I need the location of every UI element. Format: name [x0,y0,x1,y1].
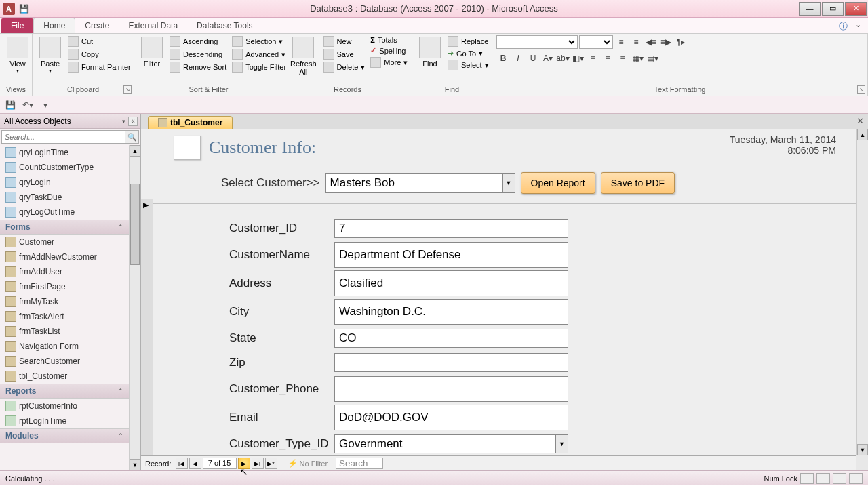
paste-button[interactable]: Paste▾ [37,35,64,75]
maximize-button[interactable]: ▭ [822,2,844,16]
input-customer-type[interactable]: Government ▼ [334,434,568,453]
record-selector[interactable]: ▶ [141,199,153,455]
tab-home[interactable]: Home [33,18,75,33]
numbering-button[interactable]: ≡ [629,35,643,49]
view-button[interactable]: View▾ [4,35,31,75]
new-record-button[interactable]: ▶* [265,458,277,469]
view-layout-button[interactable] [833,473,846,484]
nav-item-form[interactable]: frmFirstPage [0,279,129,294]
input-phone[interactable] [334,376,568,402]
nav-item-form[interactable]: tbl_Customer [0,369,129,384]
close-button[interactable]: ✕ [845,2,867,16]
combo-dropdown-icon[interactable]: ▼ [502,174,515,192]
nav-item-report[interactable]: rptCustomerInfo [0,399,129,413]
last-record-button[interactable]: ▶I [252,458,264,469]
view-datasheet-button[interactable] [816,473,830,484]
first-record-button[interactable]: I◀ [176,458,188,469]
open-report-button[interactable]: Open Report [521,172,595,194]
input-email[interactable] [334,405,568,430]
input-zip[interactable] [334,353,568,372]
nav-item-form[interactable]: frmTaskAlert [0,309,129,324]
form-scrollbar[interactable]: ▲ ▼ [856,129,868,455]
save-button[interactable]: Save [322,48,367,60]
underline-button[interactable]: U [526,52,540,65]
new-button[interactable]: New [322,35,367,47]
view-design-button[interactable] [849,473,863,484]
select-button[interactable]: Select ▾ [446,59,490,71]
document-tab[interactable]: tbl_Customer [148,116,233,129]
nav-category-modules[interactable]: Modules⌃ [0,428,129,443]
nav-collapse-icon[interactable]: « [128,117,138,126]
bullets-button[interactable]: ≡ [614,35,628,49]
nav-item-query[interactable]: qryLogInTime [0,145,129,160]
nav-header[interactable]: All Access Objects ▾ « [0,114,140,129]
minimize-button[interactable]: — [799,2,821,16]
descending-button[interactable]: Descending [168,48,228,60]
scroll-up-icon[interactable]: ▲ [130,145,140,157]
remove-sort-button[interactable]: Remove Sort [168,61,228,73]
totals-button[interactable]: Σ Totals [369,35,409,45]
nav-dropdown-icon[interactable]: ▾ [122,118,125,125]
filter-button[interactable]: Filter [138,35,165,69]
nav-item-form[interactable]: Navigation Form [0,339,129,354]
input-customer-id[interactable] [334,219,568,238]
scroll-thumb[interactable] [130,184,140,265]
nav-item-form[interactable]: frmTaskList [0,324,129,339]
goto-button[interactable]: ➜ Go To ▾ [446,48,490,58]
altrow-button[interactable]: ▤▾ [646,52,659,65]
next-record-button[interactable]: ▶ [238,458,250,469]
ascending-button[interactable]: Ascending [168,35,228,47]
format-painter-button[interactable]: Format Painter [66,61,132,73]
fontcolor-button[interactable]: A▾ [541,52,555,65]
replace-button[interactable]: Replace [446,35,490,47]
nav-item-form[interactable]: Customer [0,235,129,249]
font-select[interactable] [496,35,578,49]
spelling-button[interactable]: ✓ Spelling [369,45,409,56]
find-button[interactable]: Find [416,35,443,69]
help-icon[interactable]: ⓘ [839,20,848,33]
indent-inc-button[interactable]: ≡▶ [659,35,673,49]
italic-button[interactable]: I [511,52,525,65]
qat-customize-icon[interactable]: ▾ [38,98,53,112]
save-pdf-button[interactable]: Save to PDF [601,172,675,194]
refresh-button[interactable]: Refresh All [288,35,319,77]
bold-button[interactable]: B [496,52,510,65]
select-customer-combo[interactable]: Masters Bob ▼ [326,173,515,193]
input-address[interactable] [334,270,568,296]
close-tab-icon[interactable]: ✕ [856,116,864,126]
search-icon[interactable]: 🔍 [125,130,139,144]
align-left-button[interactable]: ≡ [586,52,599,65]
indent-dec-button[interactable]: ◀≡ [644,35,658,49]
qat-save[interactable]: 💾 [19,4,29,14]
filter-indicator[interactable]: ⚡No Filter [288,459,328,468]
nav-item-form[interactable]: frmAddUser [0,264,129,279]
nav-item-report[interactable]: rptLogInTime [0,413,129,428]
selection-button[interactable]: Selection ▾ [231,35,288,47]
tab-file[interactable]: File [1,18,33,33]
nav-item-form[interactable]: SearchCustomer [0,354,129,369]
view-form-button[interactable] [800,473,814,484]
qat-save-icon[interactable]: 💾 [3,98,18,112]
combo-dropdown-icon[interactable]: ▼ [555,435,568,453]
prev-record-button[interactable]: ◀ [189,458,201,469]
delete-button[interactable]: Delete ▾ [322,61,367,73]
gridlines-button[interactable]: ▦▾ [631,52,644,65]
align-center-button[interactable]: ≡ [601,52,614,65]
scroll-down-icon[interactable]: ▼ [130,459,140,470]
align-right-button[interactable]: ≡ [616,52,629,65]
nav-item-query[interactable]: qryLogOutTime [0,205,129,220]
nav-item-query[interactable]: qryLogIn [0,175,129,190]
qat-undo-icon[interactable]: ↶▾ [20,98,35,112]
tab-create[interactable]: Create [75,18,119,33]
formatting-launcher[interactable]: ↘ [857,85,865,94]
nav-item-form[interactable]: frmAddNewCustomer [0,249,129,264]
fillcolor-button[interactable]: ◧▾ [571,52,585,65]
input-state[interactable] [334,329,568,348]
more-button[interactable]: More ▾ [369,56,409,68]
nav-scrollbar[interactable]: ▲ ▼ [129,145,140,470]
record-position[interactable]: 7 of 15 [203,458,237,469]
clipboard-launcher[interactable]: ↘ [123,85,132,94]
fontsize-select[interactable] [579,35,613,49]
advanced-button[interactable]: Advanced ▾ [231,48,288,60]
nav-category-forms[interactable]: Forms⌃ [0,220,129,235]
